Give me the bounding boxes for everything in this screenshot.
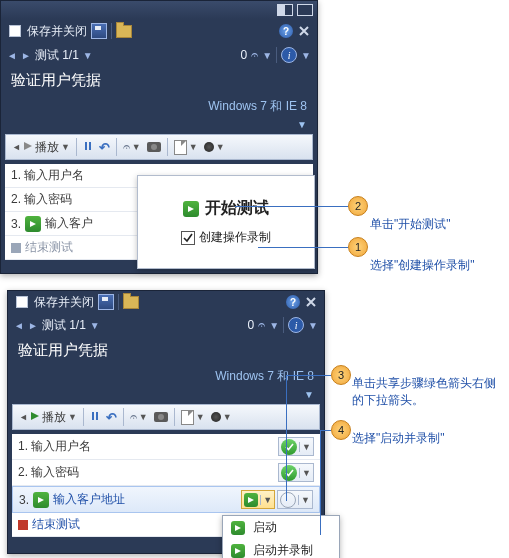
step-result-control[interactable]: ▼	[278, 463, 314, 482]
pass-icon	[281, 439, 297, 455]
play-button[interactable]: ◄ 播放 ▼	[17, 407, 79, 427]
help-icon[interactable]: ?	[279, 24, 293, 38]
info-dd-icon[interactable]: ▼	[308, 320, 318, 331]
step-row[interactable]: 2. 输入密码 ▼	[12, 460, 320, 486]
callout-line	[320, 430, 331, 431]
layout-toggle-icon[interactable]	[277, 2, 293, 18]
checkbox-icon[interactable]	[7, 23, 23, 39]
callout-line	[286, 375, 287, 501]
start-arrow-icon	[183, 201, 199, 217]
result-dd-icon[interactable]: ▼	[299, 442, 313, 452]
save-icon[interactable]	[91, 23, 107, 39]
info-dd-icon[interactable]: ▼	[301, 50, 311, 61]
pause-button[interactable]	[81, 137, 95, 157]
close-icon[interactable]	[304, 295, 318, 309]
launch-record-icon	[231, 544, 245, 558]
open-folder-icon[interactable]	[116, 23, 132, 39]
help-icon[interactable]: ?	[286, 295, 300, 309]
attach-button[interactable]: 𝄐▼	[128, 407, 150, 427]
launch-menu: 启动 启动并录制	[222, 515, 340, 558]
result-dd-icon[interactable]: ▼	[299, 468, 313, 478]
create-action-recording-checkbox[interactable]: 创建操作录制	[181, 229, 271, 246]
maximize-icon[interactable]	[297, 2, 313, 18]
screenshot-button[interactable]	[152, 407, 170, 427]
callout-badge-3: 3	[331, 365, 351, 385]
checkbox-icon[interactable]	[14, 294, 30, 310]
test-counter-row: ◄ ► 测试 1/1 ▼ 0 𝄐 ▼ i ▼	[8, 313, 324, 337]
step-text: 输入客户	[45, 215, 93, 232]
stop-icon	[11, 243, 21, 253]
counter-dd-icon[interactable]: ▼	[90, 320, 100, 331]
paperclip-icon[interactable]: 𝄐	[258, 317, 265, 333]
menu-item-launch-record[interactable]: 启动并录制	[223, 539, 339, 558]
bug-button[interactable]: ▼	[202, 137, 227, 157]
next-test-icon[interactable]: ►	[21, 50, 31, 61]
save-close-label[interactable]: 保存并关闭	[27, 23, 87, 40]
prev-test-icon[interactable]: ◄	[7, 50, 17, 61]
pause-button[interactable]	[88, 407, 102, 427]
attach-dd-icon[interactable]: ▼	[262, 50, 272, 61]
separator	[118, 294, 119, 310]
header-row: 保存并关闭 ?	[1, 19, 317, 43]
menu-item-launch[interactable]: 启动	[223, 516, 339, 539]
callout-badge-2: 2	[348, 196, 368, 216]
separator	[76, 138, 77, 156]
play-label: 播放	[35, 139, 59, 156]
menu-label: 启动并录制	[253, 542, 313, 558]
separator	[111, 23, 112, 39]
config-expand-icon[interactable]: ▼	[8, 389, 324, 404]
launch-dd-icon[interactable]: ▼	[260, 495, 274, 505]
attach-dd-icon[interactable]: ▼	[269, 320, 279, 331]
callout-line	[320, 430, 321, 535]
doc-button[interactable]: ▼	[179, 407, 207, 427]
separator	[123, 408, 124, 426]
save-icon[interactable]	[98, 294, 114, 310]
info-icon[interactable]: i	[281, 47, 297, 63]
info-icon[interactable]: i	[288, 317, 304, 333]
start-test-button[interactable]: 开始测试	[183, 198, 269, 219]
result-dd-icon[interactable]: ▼	[298, 495, 312, 505]
test-title: 验证用户凭据	[8, 337, 324, 368]
callout-badge-4: 4	[331, 420, 351, 440]
doc-button[interactable]: ▼	[172, 137, 200, 157]
attach-count: 0	[248, 318, 255, 332]
step-text: 2. 输入密码	[18, 464, 79, 481]
callout-line	[286, 375, 331, 376]
open-folder-icon[interactable]	[123, 294, 139, 310]
separator	[83, 408, 84, 426]
attach-button[interactable]: 𝄐▼	[121, 137, 143, 157]
menu-label: 启动	[253, 519, 277, 536]
test-counter: 测试 1/1	[35, 47, 79, 64]
reset-button[interactable]: ↶	[104, 407, 119, 427]
play-button[interactable]: ◄ 播放 ▼	[10, 137, 72, 157]
step-text: 1. 输入用户名	[18, 438, 91, 455]
step-row-selected[interactable]: 3. 输入客户地址 ▼ ▼	[12, 486, 320, 513]
shared-step-icon	[25, 216, 41, 232]
test-counter-row: ◄ ► 测试 1/1 ▼ 0 𝄐 ▼ i ▼	[1, 43, 317, 67]
shared-step-launch-control[interactable]: ▼	[241, 490, 275, 509]
close-icon[interactable]	[297, 24, 311, 38]
screenshot-button[interactable]	[145, 137, 163, 157]
next-test-icon[interactable]: ►	[28, 320, 38, 331]
stop-icon	[18, 520, 28, 530]
bug-button[interactable]: ▼	[209, 407, 234, 427]
step-text: 1. 输入用户名	[11, 167, 84, 184]
prev-test-icon[interactable]: ◄	[14, 320, 24, 331]
step-result-control[interactable]: ▼	[278, 437, 314, 456]
callout-text-2: 单击"开始测试"	[370, 216, 451, 233]
paperclip-icon[interactable]: 𝄐	[251, 47, 258, 63]
callout-line	[258, 247, 348, 248]
config-expand-icon[interactable]: ▼	[1, 119, 317, 134]
reset-button[interactable]: ↶	[97, 137, 112, 157]
save-close-label[interactable]: 保存并关闭	[34, 294, 94, 311]
start-test-label: 开始测试	[205, 198, 269, 219]
step-row[interactable]: 1. 输入用户名 ▼	[12, 434, 320, 460]
separator	[116, 138, 117, 156]
separator	[167, 138, 168, 156]
playback-toolbar: ◄ 播放 ▼ ↶ 𝄐▼ ▼ ▼	[5, 134, 313, 160]
step-result-control[interactable]: ▼	[277, 490, 313, 509]
callout-text-1: 选择"创建操作录制"	[370, 257, 475, 274]
callout-text-3: 单击共享步骤绿色箭头右侧的下拉箭头。	[352, 375, 502, 409]
play-label: 播放	[42, 409, 66, 426]
counter-dd-icon[interactable]: ▼	[83, 50, 93, 61]
